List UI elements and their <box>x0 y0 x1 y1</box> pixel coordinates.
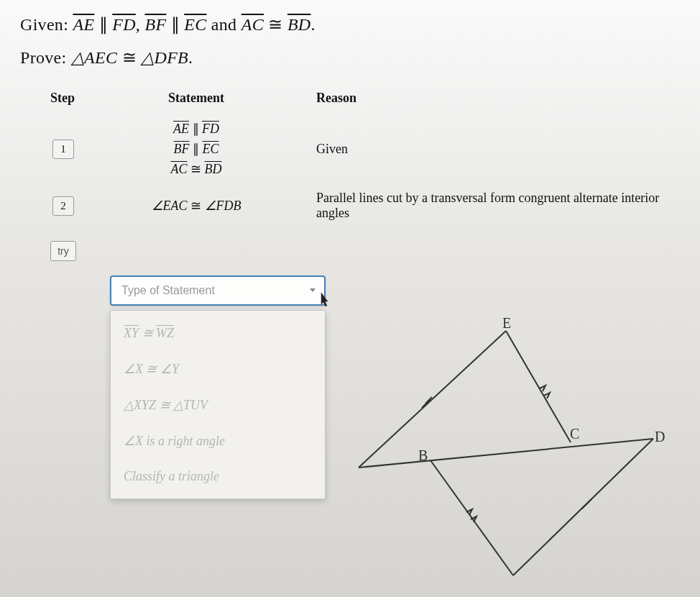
svg-line-2 <box>359 439 653 468</box>
vertex-b: B <box>418 447 428 464</box>
header-row: Step Statement Reason <box>42 83 700 113</box>
seg-bd: BD <box>287 15 311 34</box>
table-row: 2 ∠EAC ≅ ∠FDB Parallel lines cut by a tr… <box>42 185 700 227</box>
table-row-try: try <box>42 227 700 267</box>
table-row: 1 AE ∥ FD BF ∥ EC AC ≅ BD Given <box>42 113 700 185</box>
step-number-1[interactable]: 1 <box>52 140 74 159</box>
stmt-1b: BF ∥ EC <box>93 139 299 159</box>
vertex-c: C <box>570 426 579 442</box>
dropdown-menu: XY ≅ WZ ∠X ≅ ∠Y △XYZ ≅ △TUV ∠X is a righ… <box>110 310 326 499</box>
reason-1: Given <box>308 113 700 185</box>
seg-ae: AE <box>73 15 94 34</box>
reason-2: Parallel lines cut by a transversal form… <box>308 185 700 227</box>
step-number-2[interactable]: 2 <box>52 196 74 216</box>
dropdown-option-classify[interactable]: Classify a triangle <box>111 459 325 494</box>
dropdown-placeholder: Type of Statement <box>121 284 215 296</box>
svg-line-0 <box>359 331 506 468</box>
vertex-e: E <box>502 315 511 332</box>
given-label: Given: <box>20 15 73 34</box>
seg-bf: BF <box>144 15 166 34</box>
dropdown-option-triangle[interactable]: △XYZ ≅ △TUV <box>111 387 325 423</box>
dropdown-option-segment[interactable]: XY ≅ WZ <box>111 315 325 351</box>
header-statement: Statement <box>85 83 308 113</box>
statement-type-dropdown[interactable]: Type of Statement XY ≅ WZ ∠X ≅ ∠Y △XYZ ≅… <box>110 275 326 499</box>
stmt-1c: AC ≅ BD <box>93 159 299 179</box>
svg-line-1 <box>506 331 571 442</box>
try-button[interactable]: try <box>50 241 76 261</box>
vertex-d: D <box>655 429 665 445</box>
header-reason: Reason <box>308 83 700 113</box>
seg-fd: FD <box>112 15 136 34</box>
seg-ec: EC <box>184 15 206 34</box>
stmt-2: ∠EAC ≅ ∠FDB <box>93 196 299 216</box>
tri-aec: AEC <box>84 48 117 67</box>
proof-table: Step Statement Reason 1 AE ∥ FD BF ∥ EC … <box>42 83 700 267</box>
geometry-diagram: E C D B <box>344 302 675 583</box>
svg-line-3 <box>430 460 513 575</box>
prove-line: Prove: △AEC ≅ △DFB. <box>20 47 680 68</box>
header-step: Step <box>42 83 85 113</box>
given-line: Given: AE ∥ FD, BF ∥ EC and AC ≅ BD. <box>20 14 680 35</box>
dropdown-option-angle[interactable]: ∠X ≅ ∠Y <box>111 351 325 387</box>
stmt-1a: AE ∥ FD <box>93 119 299 139</box>
dropdown-option-rightangle[interactable]: ∠X is a right angle <box>111 423 325 459</box>
prove-label: Prove: <box>20 48 71 67</box>
seg-ac: AC <box>241 15 264 34</box>
tri-dfb: DFB <box>155 48 189 67</box>
dropdown-select[interactable]: Type of Statement <box>110 275 326 306</box>
